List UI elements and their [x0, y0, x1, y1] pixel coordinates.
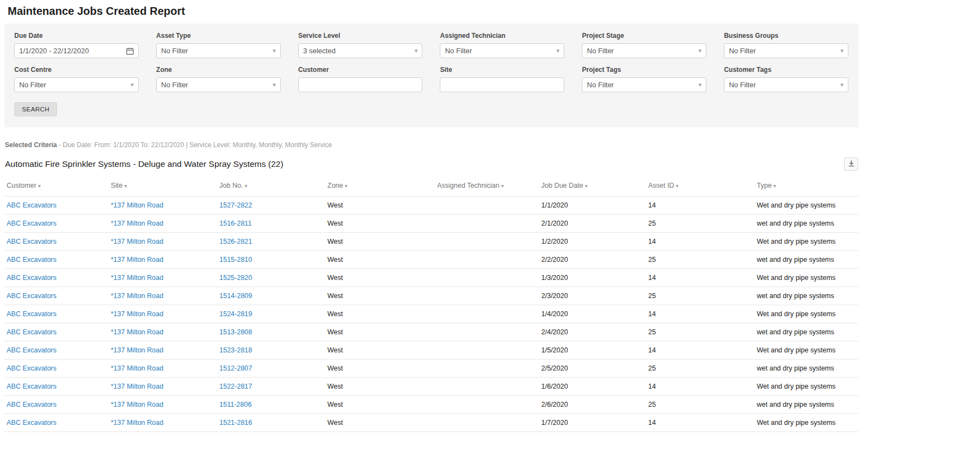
site-link[interactable]: *137 Milton Road	[111, 292, 163, 300]
business-groups-select[interactable]: No Filter ▾	[724, 43, 848, 58]
calendar-icon[interactable]	[126, 47, 134, 55]
site-link[interactable]: *137 Milton Road	[111, 401, 163, 408]
customer-link[interactable]: ABC Excavators	[7, 238, 56, 245]
asset-type-select[interactable]: No Filter ▾	[156, 43, 281, 58]
customer-input[interactable]	[303, 81, 418, 89]
column-header-job-due-date[interactable]: Job Due Date▾	[539, 176, 646, 197]
zone-value: No Filter	[161, 81, 188, 89]
search-row: SEARCH	[14, 102, 848, 116]
job-no-link[interactable]: 1513-2808	[219, 328, 252, 336]
type-cell: wet and dry pipe systems	[755, 396, 858, 414]
job-no-link[interactable]: 1525-2820	[219, 274, 252, 282]
site-link[interactable]: *137 Milton Road	[111, 310, 163, 318]
customer-link[interactable]: ABC Excavators	[7, 220, 56, 227]
column-header-asset-id[interactable]: Asset ID▾	[646, 176, 755, 197]
download-icon	[848, 159, 855, 169]
filter-label: Project Stage	[582, 32, 706, 40]
sort-icon: ▾	[773, 183, 776, 189]
column-header-assigned-technician[interactable]: Assigned Technician▾	[435, 176, 539, 197]
technician-cell	[435, 414, 539, 432]
customer-link[interactable]: ABC Excavators	[7, 256, 56, 263]
service-level-value: 3 selected	[303, 47, 336, 55]
site-input-wrap	[440, 77, 564, 92]
job-no-link[interactable]: 1511-2806	[219, 401, 252, 408]
column-label: Asset ID	[648, 182, 674, 189]
table-row: ABC Excavators *137 Milton Road 1527-282…	[4, 197, 858, 215]
customer-link[interactable]: ABC Excavators	[7, 201, 56, 209]
business-groups-value: No Filter	[729, 47, 756, 55]
job-no-link[interactable]: 1515-2810	[219, 256, 252, 263]
customer-tags-select[interactable]: No Filter ▾	[724, 77, 848, 92]
project-stage-select[interactable]: No Filter ▾	[582, 43, 706, 58]
site-link[interactable]: *137 Milton Road	[111, 328, 163, 336]
job-no-link[interactable]: 1521-2816	[219, 419, 252, 427]
column-label: Assigned Technician	[437, 182, 500, 189]
zone-cell: West	[325, 215, 435, 233]
customer-link[interactable]: ABC Excavators	[7, 419, 56, 427]
zone-cell: West	[325, 287, 435, 305]
site-link[interactable]: *137 Milton Road	[111, 346, 163, 354]
site-link[interactable]: *137 Milton Road	[111, 274, 163, 282]
cost-centre-select[interactable]: No Filter ▾	[14, 77, 139, 92]
site-link[interactable]: *137 Milton Road	[111, 201, 163, 209]
customer-link[interactable]: ABC Excavators	[7, 364, 56, 372]
due-date-input[interactable]: 1/1/2020 - 22/12/2020	[14, 43, 139, 58]
filter-site: Site	[440, 66, 564, 92]
job-no-link[interactable]: 1524-2819	[219, 310, 252, 318]
column-header-job-no[interactable]: Job No.▾	[217, 176, 325, 197]
job-no-link[interactable]: 1512-2807	[219, 364, 252, 372]
due-date-cell: 2/5/2020	[539, 360, 646, 378]
site-link[interactable]: *137 Milton Road	[111, 364, 163, 372]
customer-link[interactable]: ABC Excavators	[7, 274, 56, 282]
customer-link[interactable]: ABC Excavators	[7, 383, 56, 390]
zone-select[interactable]: No Filter ▾	[156, 77, 281, 92]
customer-link[interactable]: ABC Excavators	[7, 328, 56, 336]
job-no-link[interactable]: 1514-2809	[219, 292, 252, 300]
due-date-value: 1/1/2020 - 22/12/2020	[19, 47, 89, 55]
table-row: ABC Excavators *137 Milton Road 1512-280…	[4, 360, 858, 378]
job-no-link[interactable]: 1522-2817	[219, 383, 252, 390]
report-page: Maintenance Jobs Created Report Due Date…	[0, 0, 980, 432]
sort-icon: ▾	[124, 183, 127, 189]
column-header-type[interactable]: Type▾	[755, 176, 858, 197]
site-link[interactable]: *137 Milton Road	[111, 419, 163, 427]
customer-link[interactable]: ABC Excavators	[7, 310, 56, 318]
type-cell: wet and dry pipe systems	[755, 360, 858, 378]
technician-cell	[435, 323, 539, 341]
site-link[interactable]: *137 Milton Road	[111, 238, 163, 245]
asset-id-cell: 25	[646, 287, 755, 305]
column-header-site[interactable]: Site▾	[109, 176, 217, 197]
site-link[interactable]: *137 Milton Road	[111, 383, 163, 390]
service-level-select[interactable]: 3 selected ▾	[298, 43, 423, 58]
customer-link[interactable]: ABC Excavators	[7, 346, 56, 354]
asset-id-cell: 14	[646, 305, 755, 323]
project-tags-select[interactable]: No Filter ▾	[582, 77, 706, 92]
customer-link[interactable]: ABC Excavators	[7, 292, 56, 300]
technician-cell	[435, 378, 539, 396]
sort-icon: ▾	[676, 183, 678, 189]
asset-type-value: No Filter	[161, 47, 188, 55]
due-date-cell: 2/3/2020	[539, 287, 646, 305]
job-no-link[interactable]: 1527-2822	[219, 201, 252, 209]
job-no-link[interactable]: 1516-2811	[219, 220, 252, 227]
filter-label: Service Level	[298, 32, 423, 40]
chevron-down-icon: ▾	[699, 82, 702, 88]
asset-id-cell: 14	[646, 341, 755, 360]
type-cell: Wet and dry pipe systems	[755, 233, 858, 251]
zone-cell: West	[325, 269, 435, 287]
filter-label: Zone	[156, 66, 281, 74]
site-link[interactable]: *137 Milton Road	[111, 220, 163, 227]
technician-cell	[435, 360, 539, 378]
technician-cell	[435, 251, 539, 269]
customer-link[interactable]: ABC Excavators	[7, 401, 56, 408]
job-no-link[interactable]: 1523-2818	[219, 346, 252, 354]
site-input[interactable]	[445, 81, 559, 89]
column-header-zone[interactable]: Zone▾	[325, 176, 435, 197]
due-date-cell: 2/6/2020	[539, 396, 646, 414]
job-no-link[interactable]: 1526-2821	[219, 238, 252, 245]
assigned-technician-select[interactable]: No Filter ▾	[440, 43, 564, 58]
download-button[interactable]	[844, 158, 858, 171]
column-header-customer[interactable]: Customer▾	[4, 176, 109, 197]
site-link[interactable]: *137 Milton Road	[111, 256, 163, 263]
search-button[interactable]: SEARCH	[14, 102, 57, 116]
